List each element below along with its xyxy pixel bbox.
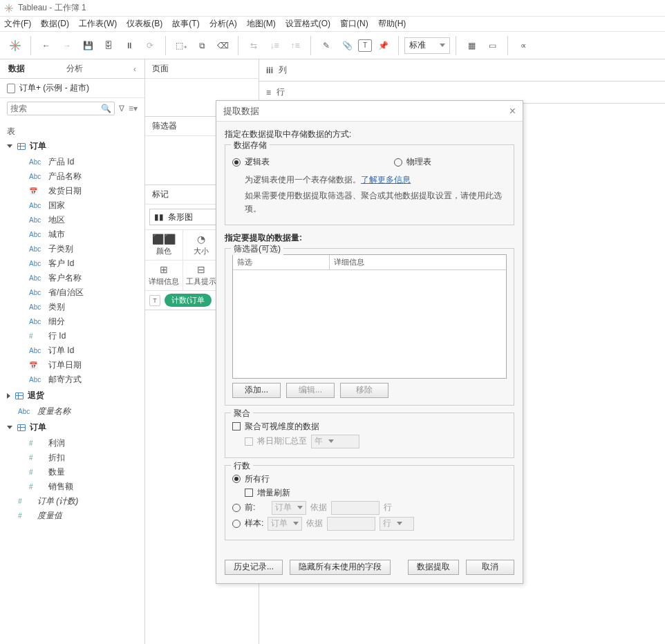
date-level-dropdown[interactable]: 年 — [311, 435, 359, 448]
menu-format[interactable]: 设置格式(O) — [285, 18, 330, 30]
group-returns[interactable]: 退货 — [7, 390, 138, 401]
mark-color[interactable]: ⬛⬛颜色 — [145, 230, 183, 261]
forward-icon[interactable]: → — [57, 36, 77, 55]
pages-shelf[interactable]: 页面 — [145, 59, 259, 79]
size-icon: ◔ — [197, 234, 205, 245]
field-item[interactable]: Abc客户 Id — [7, 256, 138, 271]
edit-filter-button[interactable]: 编辑... — [286, 383, 335, 398]
incremental-label[interactable]: 增量刷新 — [257, 487, 290, 499]
close-icon[interactable]: × — [509, 105, 516, 117]
field-item[interactable]: Abc邮寄方式 — [7, 372, 138, 387]
new-sheet-icon[interactable]: ⬚₊ — [171, 36, 191, 55]
save-icon[interactable]: 💾 — [78, 36, 97, 55]
pill-count-orders[interactable]: 计数(订单 — [165, 294, 212, 307]
field-item[interactable]: Abc类别 — [7, 300, 138, 314]
field-item[interactable]: 📅订单日期 — [7, 358, 138, 372]
view-icon[interactable]: ≡▾ — [129, 104, 138, 113]
top-rows-input[interactable] — [331, 501, 380, 515]
radio-sample-rows[interactable]: 样本: 订单 依据 行 — [232, 517, 507, 531]
field-item[interactable]: #数量 — [7, 465, 138, 480]
field-item[interactable]: Abc细分 — [7, 314, 138, 329]
field-measure-names[interactable]: Abc度量名称 — [7, 404, 138, 419]
menu-window[interactable]: 窗口(N) — [340, 18, 368, 30]
highlight-icon[interactable]: ✎ — [317, 36, 336, 55]
radio-all-rows[interactable]: 所有行 — [232, 473, 507, 485]
sample-table-dropdown[interactable]: 订单 — [268, 517, 302, 531]
search-input[interactable]: 🔍 — [7, 102, 115, 115]
swap-icon[interactable]: ⇆ — [244, 36, 263, 55]
fit-dropdown[interactable]: 标准 — [404, 37, 450, 54]
field-item[interactable]: Abc地区 — [7, 213, 138, 227]
toolbar: ← → 💾 🗄 ⏸ ⟳ ⬚₊ ⧉ ⌫ ⇆ ↓≡ ↑≡ ✎ 📎 T 📌 标准 ▦ … — [0, 32, 665, 59]
learn-more-link[interactable]: 了解更多信息 — [361, 175, 411, 184]
new-data-icon[interactable]: 🗄 — [99, 36, 118, 55]
menu-worksheet[interactable]: 工作表(W) — [79, 18, 117, 30]
duplicate-icon[interactable]: ⧉ — [192, 36, 212, 55]
columns-shelf[interactable]: iii列 — [259, 59, 665, 82]
tab-data[interactable]: 数据 — [8, 63, 25, 75]
field-item[interactable]: Abc国家 — [7, 198, 138, 213]
menu-data[interactable]: 数据(D) — [41, 18, 69, 30]
dialog-title: 提取数据 — [223, 105, 259, 117]
remove-filter-button[interactable]: 移除 — [340, 383, 388, 398]
field-measure-values[interactable]: #度量值 — [7, 509, 138, 523]
menu-file[interactable]: 文件(F) — [4, 18, 31, 30]
dialog-intro: 指定在数据提取中存储数据的方式: — [225, 129, 514, 140]
menu-dashboard[interactable]: 仪表板(B) — [127, 18, 162, 30]
history-button[interactable]: 历史记录... — [225, 560, 283, 575]
show-me-icon[interactable]: ▦ — [462, 36, 481, 55]
radio-logical-table[interactable]: 逻辑表 — [232, 156, 270, 168]
cancel-button[interactable]: 取消 — [466, 560, 514, 575]
add-filter-button[interactable]: 添加... — [232, 383, 281, 398]
group-icon[interactable]: 📎 — [337, 36, 357, 55]
menu-analysis[interactable]: 分析(A) — [209, 18, 237, 30]
group-orders[interactable]: 订单 — [7, 140, 138, 152]
filter-icon[interactable]: ∇ — [119, 104, 124, 113]
field-item[interactable]: Abc子类别 — [7, 242, 138, 256]
aggregate-legend: 聚合 — [231, 408, 253, 419]
field-item[interactable]: #利润 — [7, 436, 138, 451]
field-item[interactable]: #行 Id — [7, 329, 138, 343]
tableau-icon[interactable] — [6, 36, 25, 55]
field-item[interactable]: Abc省/自治区 — [7, 285, 138, 300]
radio-icon — [232, 504, 241, 512]
hide-unused-button[interactable]: 隐藏所有未使用的字段 — [290, 560, 391, 575]
field-order-count[interactable]: #订单 (计数) — [7, 494, 138, 509]
field-item[interactable]: #销售额 — [7, 480, 138, 494]
checkbox-icon — [232, 422, 241, 430]
menu-story[interactable]: 故事(T) — [172, 18, 199, 30]
field-item[interactable]: Abc城市 — [7, 227, 138, 242]
presentation-icon[interactable]: ▭ — [483, 36, 502, 55]
radio-physical-table[interactable]: 物理表 — [394, 156, 431, 168]
menu-map[interactable]: 地图(M) — [247, 18, 276, 30]
field-item[interactable]: Abc产品 Id — [7, 155, 138, 169]
field-item[interactable]: #折扣 — [7, 451, 138, 465]
aggregate-checkbox[interactable]: 聚合可视维度的数据 — [232, 421, 507, 433]
checkbox-icon — [245, 489, 253, 497]
refresh-icon[interactable]: ⟳ — [140, 36, 160, 55]
pin-icon[interactable]: 📌 — [373, 36, 393, 55]
label-icon[interactable]: T — [358, 39, 372, 52]
group-orders-measures[interactable]: 订单 — [7, 422, 138, 433]
mark-detail[interactable]: ⊞详细信息 — [145, 261, 183, 291]
collapse-icon[interactable]: ‹ — [133, 64, 136, 74]
sample-rows-input[interactable] — [327, 517, 375, 531]
sample-unit-dropdown[interactable]: 行 — [380, 517, 414, 531]
tab-analysis[interactable]: 分析 — [66, 63, 83, 75]
filters-list[interactable]: 筛选 详细信息 — [232, 254, 507, 379]
clear-icon[interactable]: ⌫ — [213, 36, 232, 55]
pause-data-icon[interactable]: ⏸ — [120, 36, 139, 55]
sort-asc-icon[interactable]: ↓≡ — [265, 36, 284, 55]
datasource-item[interactable]: 订单+ (示例 - 超市) — [0, 79, 144, 98]
back-icon[interactable]: ← — [37, 36, 56, 55]
field-item[interactable]: Abc产品名称 — [7, 169, 138, 184]
field-item[interactable]: Abc订单 Id — [7, 343, 138, 358]
sort-desc-icon[interactable]: ↑≡ — [285, 36, 305, 55]
extract-button[interactable]: 数据提取 — [408, 560, 459, 575]
top-table-dropdown[interactable]: 订单 — [272, 501, 306, 515]
field-item[interactable]: Abc客户名称 — [7, 271, 138, 285]
field-item[interactable]: 📅发货日期 — [7, 184, 138, 198]
share-icon[interactable]: ∝ — [514, 36, 533, 55]
radio-top-rows[interactable]: 前: 订单 依据 行 — [232, 501, 507, 515]
menu-help[interactable]: 帮助(H) — [378, 18, 406, 30]
